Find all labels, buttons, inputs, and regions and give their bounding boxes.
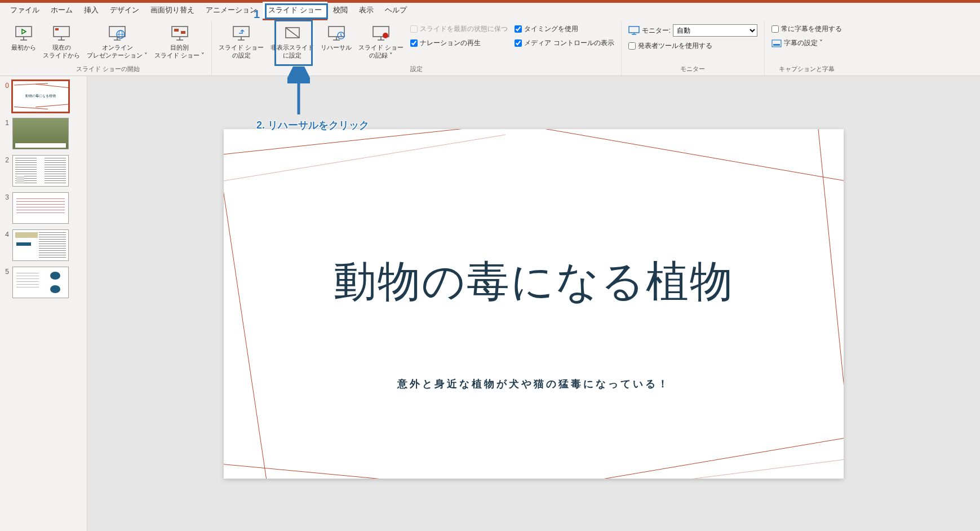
- group-monitor-label: モニター: [626, 64, 760, 76]
- always-subtitle-input[interactable]: [771, 25, 779, 33]
- menu-transitions[interactable]: 画面切り替え: [145, 2, 200, 20]
- record-slideshow-label: スライド ショー の記録 ˅: [358, 43, 403, 59]
- record-icon: [372, 23, 390, 43]
- media-controls-checkbox[interactable]: メディア コントロールの表示: [512, 37, 616, 49]
- menu-help[interactable]: ヘルプ: [379, 2, 413, 20]
- record-slideshow-button[interactable]: スライド ショー の記録 ˅: [356, 21, 406, 59]
- svg-line-43: [505, 433, 844, 479]
- thumbnail-0[interactable]: 動物の毒になる植物: [12, 81, 69, 112]
- svg-rect-0: [16, 26, 32, 37]
- svg-rect-4: [55, 28, 59, 30]
- setup-slideshow-button[interactable]: スライド ショー の設定: [216, 21, 266, 59]
- menu-animations[interactable]: アニメーション: [200, 2, 263, 20]
- group-setup-label: 設定: [216, 64, 616, 76]
- svg-line-22: [286, 28, 299, 38]
- thumb-number-4: 4: [2, 229, 9, 238]
- slide-editor[interactable]: 動物の毒になる植物 意外と身近な植物が犬や猫の猛毒になっている！: [87, 76, 980, 531]
- thumbnail-panel[interactable]: 0 動物の毒になる植物 1 2 3: [0, 76, 87, 531]
- from-beginning-label: 最初から: [11, 43, 36, 51]
- ribbon-group-captions: 常に字幕を使用する 字幕の設定 ˅ キャプションと字幕: [765, 21, 849, 76]
- media-controls-input[interactable]: [515, 39, 522, 47]
- thumbnail-3[interactable]: [12, 192, 69, 224]
- subtitle-icon: [771, 39, 782, 47]
- group-start-label: スライド ショーの開始: [9, 64, 207, 76]
- from-current-label: 現在の スライドから: [43, 43, 80, 59]
- menu-insert[interactable]: 挿入: [78, 2, 104, 20]
- svg-rect-14: [174, 29, 179, 32]
- svg-rect-23: [329, 26, 344, 37]
- menu-home[interactable]: ホーム: [45, 2, 78, 20]
- svg-rect-3: [54, 26, 69, 37]
- media-controls-label: メディア コントロールの表示: [524, 38, 614, 48]
- subtitle-settings-button[interactable]: 字幕の設定 ˅: [769, 37, 844, 49]
- svg-line-45: [562, 456, 844, 479]
- svg-line-42: [224, 462, 618, 479]
- svg-rect-37: [773, 44, 780, 46]
- custom-slideshow-label: 目的別 スライド ショー ˅: [154, 43, 205, 59]
- thumb-number-5: 5: [2, 267, 9, 276]
- setup-icon: [232, 23, 250, 43]
- monitor-icon: [628, 26, 640, 35]
- ribbon-group-monitor: モニター: 自動 発表者ツールを使用する モニター: [622, 21, 765, 76]
- svg-line-39: [449, 129, 844, 185]
- svg-rect-15: [181, 31, 185, 34]
- svg-line-44: [224, 135, 505, 185]
- custom-show-icon: [171, 23, 189, 43]
- hide-slide-button[interactable]: 非表示スライド に設定: [268, 21, 316, 59]
- always-subtitle-checkbox[interactable]: 常に字幕を使用する: [769, 23, 844, 35]
- presenter-view-input[interactable]: [628, 42, 636, 50]
- rehearse-icon: [327, 23, 345, 43]
- workspace: 0 動物の毒になる植物 1 2 3: [0, 76, 980, 531]
- from-current-button[interactable]: 現在の スライドから: [41, 21, 82, 59]
- thumbnail-1[interactable]: [12, 118, 69, 149]
- play-current-icon: [52, 23, 70, 43]
- hide-slide-label: 非表示スライド に設定: [271, 43, 314, 59]
- thumb-number-2: 2: [2, 155, 9, 164]
- thumb-number-0: 0: [2, 81, 9, 90]
- thumb-number-3: 3: [2, 192, 9, 201]
- play-narration-input[interactable]: [410, 39, 418, 47]
- menu-design[interactable]: デザイン: [104, 2, 145, 20]
- thumb-number-1: 1: [2, 118, 9, 127]
- group-captions-label: キャプションと字幕: [769, 64, 844, 76]
- ribbon-group-setup: スライド ショー の設定 非表示スライド に設定 リハーサル スライド ショー …: [212, 21, 621, 76]
- keep-latest-label: スライドを最新の状態に保つ: [420, 24, 508, 34]
- rehearse-button[interactable]: リハーサル: [318, 21, 354, 51]
- presenter-view-checkbox[interactable]: 発表者ツールを使用する: [626, 40, 760, 52]
- always-subtitle-label: 常に字幕を使用する: [781, 24, 842, 34]
- menu-view[interactable]: 表示: [353, 2, 379, 20]
- globe-screen-icon: [108, 23, 126, 43]
- keep-latest-checkbox: スライドを最新の状態に保つ: [408, 23, 510, 35]
- svg-rect-33: [629, 26, 639, 33]
- menu-slideshow[interactable]: スライド ショー: [263, 2, 327, 20]
- presenter-view-label: 発表者ツールを使用する: [638, 41, 712, 51]
- play-narration-checkbox[interactable]: ナレーションの再生: [408, 37, 510, 49]
- online-present-button[interactable]: オンライン プレゼンテーション ˅: [85, 21, 150, 59]
- menu-review[interactable]: 校閲: [327, 2, 353, 20]
- menubar: ファイル ホーム 挿入 デザイン 画面切り替え アニメーション スライド ショー…: [0, 3, 980, 19]
- hide-slide-icon: [283, 23, 301, 43]
- monitor-label: モニター:: [642, 26, 671, 36]
- thumbnail-4[interactable]: [12, 229, 69, 261]
- play-screen-icon: [15, 23, 33, 43]
- thumbnail-5[interactable]: [12, 267, 69, 298]
- monitor-select[interactable]: 自動: [673, 24, 757, 37]
- rehearse-label: リハーサル: [321, 43, 352, 51]
- svg-line-38: [224, 129, 618, 157]
- slide-canvas[interactable]: 動物の毒になる植物 意外と身近な植物が犬や猫の猛毒になっている！: [224, 129, 844, 479]
- keep-latest-input: [410, 25, 418, 33]
- svg-point-30: [383, 33, 388, 38]
- svg-rect-36: [772, 40, 781, 47]
- slide-title[interactable]: 動物の毒になる植物: [224, 253, 844, 311]
- custom-slideshow-button[interactable]: 目的別 スライド ショー ˅: [152, 21, 207, 59]
- thumbnail-2[interactable]: [12, 155, 69, 187]
- use-timings-input[interactable]: [515, 25, 522, 33]
- online-present-label: オンライン プレゼンテーション ˅: [87, 43, 148, 59]
- use-timings-checkbox[interactable]: タイミングを使用: [512, 23, 616, 35]
- slide-subtitle[interactable]: 意外と身近な植物が犬や猫の猛毒になっている！: [224, 377, 844, 391]
- from-beginning-button[interactable]: 最初から: [9, 21, 38, 51]
- ribbon-group-start: 最初から 現在の スライドから オンライン プレゼンテーション ˅ 目的別 スラ…: [5, 21, 212, 76]
- subtitle-settings-label: 字幕の設定 ˅: [784, 38, 823, 48]
- setup-slideshow-label: スライド ショー の設定: [219, 43, 264, 59]
- menu-file[interactable]: ファイル: [5, 2, 45, 20]
